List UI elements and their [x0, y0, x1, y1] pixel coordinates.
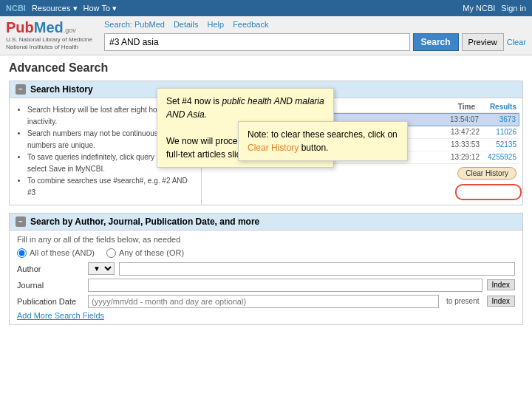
tooltip2-line1: Note: to clear these searches, click on	[248, 129, 398, 140]
author-input[interactable]	[119, 262, 515, 276]
journal-input[interactable]	[88, 279, 482, 292]
search-author-header: − Search by Author, Journal, Publication…	[10, 214, 522, 231]
pubdate-index-button[interactable]: Index	[487, 296, 515, 307]
journal-index-button[interactable]: Index	[487, 279, 515, 290]
author-label: Author	[17, 265, 83, 273]
signin-link[interactable]: Sign in	[501, 4, 526, 13]
details-link[interactable]: Details	[174, 20, 199, 29]
collapse-history-icon[interactable]: −	[16, 84, 26, 95]
tooltip-clear-history: Note: to clear these searches, click on …	[238, 121, 408, 161]
top-navigation: NCBI Resources ▾ How To ▾ My NCBI Sign i…	[0, 0, 532, 16]
search-row-4-results[interactable]: 3673	[479, 115, 516, 123]
ncbi-subtitle-line2: National Institutes of Health	[6, 44, 92, 51]
med-text: Med	[34, 19, 64, 35]
pubmed-logo: PubMed.gov U.S. National Library of Medi…	[6, 19, 92, 52]
journal-field-row: Journal Index	[17, 279, 515, 292]
option-and[interactable]: All of these (AND)	[17, 248, 95, 258]
journal-label: Journal	[17, 281, 83, 290]
fill-in-text: Fill in any or all of the fields below, …	[17, 235, 515, 244]
search-row-1-results[interactable]: 4255925	[480, 153, 516, 161]
preview-button[interactable]: Preview	[462, 33, 504, 51]
search-row-3-time: 13:47:22	[439, 128, 480, 136]
search-row-2-results[interactable]: 52135	[480, 140, 516, 149]
page-title: Advanced Search	[9, 61, 523, 75]
page-header: PubMed.gov U.S. National Library of Medi…	[0, 16, 532, 55]
search-author-title: Search by Author, Journal, Publication D…	[30, 216, 259, 227]
feedback-link[interactable]: Feedback	[233, 20, 268, 29]
tooltip2-link[interactable]: Clear History	[248, 143, 299, 153]
search-author-content: Fill in any or all of the fields below, …	[10, 231, 522, 324]
search-row: Search Preview Clear	[104, 33, 526, 51]
pubdate-label: Publication Date	[17, 297, 83, 306]
search-label: Search: PubMed	[104, 20, 165, 29]
clear-button[interactable]: Clear	[507, 38, 526, 47]
top-nav-left: NCBI Resources ▾ How To ▾	[6, 4, 117, 13]
search-by-author-box: − Search by Author, Journal, Publication…	[9, 213, 523, 325]
author-select[interactable]: ▼	[88, 262, 115, 275]
pub-text: Pub	[6, 19, 34, 35]
resources-link[interactable]: Resources ▾	[32, 4, 78, 13]
option-or-label: Any of these (OR)	[119, 248, 184, 257]
col-time: Time	[434, 103, 475, 111]
option-and-label: All of these (AND)	[30, 248, 95, 257]
note-4: To combine searches use #search#, e.g. #…	[27, 175, 195, 199]
option-or[interactable]: Any of these (OR)	[106, 248, 184, 258]
col-results: Results	[480, 103, 516, 111]
myncbi-link[interactable]: My NCBI	[463, 4, 495, 13]
add-more-fields-link[interactable]: Add More Search Fields	[17, 311, 104, 320]
collapse-author-icon[interactable]: −	[16, 216, 26, 227]
logo-text: PubMed.gov	[6, 19, 92, 36]
search-input[interactable]	[104, 33, 410, 51]
search-history-section: − Search History Search History will be …	[9, 81, 523, 205]
search-row-2-time: 13:33:53	[439, 140, 480, 149]
clear-history-button[interactable]: Clear History	[457, 167, 516, 180]
radio-or[interactable]	[106, 248, 116, 258]
radio-and[interactable]	[17, 248, 27, 258]
tooltip1-line1: Set #4 now is	[166, 96, 222, 106]
search-options: All of these (AND) Any of these (OR)	[17, 248, 515, 258]
search-bar-area: Search: PubMed Details Help Feedback Sea…	[104, 20, 526, 51]
dotgov-text: .gov	[64, 27, 76, 34]
search-row-4-time: 13:54:07	[438, 115, 479, 123]
search-history-title: Search History	[30, 84, 93, 95]
tooltip2-line2: button.	[299, 143, 328, 153]
date-to-label: to present	[446, 297, 479, 305]
ncbi-link[interactable]: NCBI	[6, 4, 26, 13]
pubdate-field-row: Publication Date to present Index	[17, 295, 515, 308]
pubdate-input[interactable]	[88, 295, 439, 308]
search-button[interactable]: Search	[413, 33, 459, 51]
top-links: Search: PubMed Details Help Feedback	[104, 20, 526, 29]
author-field-row: Author ▼	[17, 262, 515, 276]
top-nav-right: My NCBI Sign in	[463, 4, 526, 13]
search-row-1-time: 13:29:12	[439, 153, 480, 161]
ncbi-subtitle-line1: U.S. National Library of Medicine	[6, 36, 92, 44]
main-content: Advanced Search − Search History Search …	[0, 55, 532, 331]
search-row-3-results[interactable]: 11026	[480, 128, 516, 136]
howto-link[interactable]: How To ▾	[83, 4, 117, 13]
help-link[interactable]: Help	[208, 20, 225, 29]
